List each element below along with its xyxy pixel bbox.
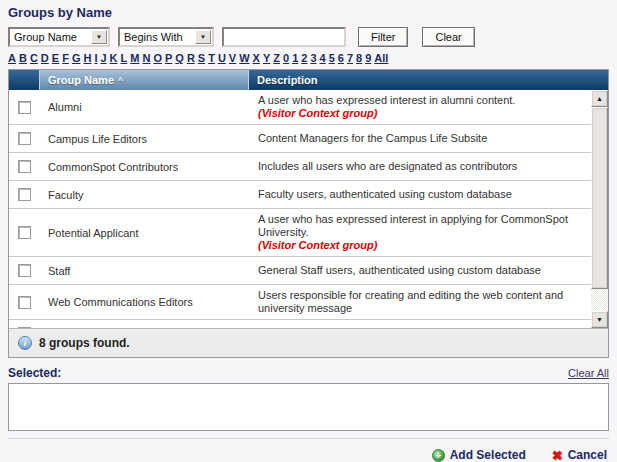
- row-checkbox[interactable]: [18, 264, 31, 277]
- column-header-group-name[interactable]: Group Name ^: [39, 70, 249, 90]
- alphabet-link-U[interactable]: U: [218, 52, 226, 64]
- alphabet-link-7[interactable]: 7: [347, 52, 353, 64]
- alphabet-link-S[interactable]: S: [198, 52, 205, 64]
- alphabet-link-N[interactable]: N: [142, 52, 150, 64]
- clear-button[interactable]: Clear: [422, 27, 474, 47]
- group-description-cell: General Staff users, authenticated using…: [249, 257, 591, 284]
- selected-header: Selected: Clear All: [8, 366, 609, 380]
- group-name-cell: Staff: [39, 257, 249, 284]
- alphabet-link-6[interactable]: 6: [338, 52, 344, 64]
- row-checkbox[interactable]: [18, 132, 31, 145]
- row-checkbox[interactable]: [18, 160, 31, 173]
- alphabet-link-8[interactable]: 8: [356, 52, 362, 64]
- alphabet-link-F[interactable]: F: [62, 52, 69, 64]
- row-checkbox[interactable]: [18, 296, 31, 309]
- alphabet-link-3[interactable]: 3: [310, 52, 316, 64]
- group-description-cell: Users responsible for creating and editi…: [249, 285, 591, 319]
- row-checkbox-cell: [9, 257, 39, 284]
- add-selected-button[interactable]: + Add Selected: [432, 448, 526, 462]
- cancel-button[interactable]: ✖ Cancel: [552, 448, 607, 462]
- field-select[interactable]: Group Name ▼: [8, 27, 110, 47]
- add-plus-icon: +: [432, 449, 445, 462]
- group-name-cell: Campus Life Editors: [39, 125, 249, 152]
- alphabet-link-4[interactable]: 4: [320, 52, 326, 64]
- scrollbar[interactable]: ▲ ▼: [591, 90, 608, 328]
- alphabet-link-H[interactable]: H: [83, 52, 91, 64]
- alphabet-link-T[interactable]: T: [208, 52, 215, 64]
- group-name-cell: Faculty: [39, 181, 249, 208]
- add-selected-label: Add Selected: [450, 448, 526, 462]
- scroll-down-button[interactable]: ▼: [591, 311, 608, 328]
- row-checkbox-cell: [9, 125, 39, 152]
- alphabet-link-1[interactable]: 1: [292, 52, 298, 64]
- table-row: Faculty Faculty users, authenticated usi…: [9, 181, 591, 209]
- alphabet-link-L[interactable]: L: [121, 52, 128, 64]
- group-description-cell: Users responsible for the quality of con…: [249, 320, 591, 328]
- alphabet-link-W[interactable]: W: [239, 52, 249, 64]
- scroll-thumb[interactable]: [591, 107, 608, 289]
- groups-by-name-dialog: Groups by Name Group Name ▼ Begins With …: [0, 0, 617, 462]
- table-row: Potential Applicant A user who has expre…: [9, 209, 591, 257]
- group-description-cell: Content Managers for the Campus Life Sub…: [249, 125, 591, 152]
- group-description-text: Includes all users who are designated as…: [258, 160, 585, 173]
- alphabet-link-I[interactable]: I: [94, 52, 97, 64]
- alphabet-link-X[interactable]: X: [253, 52, 260, 64]
- alphabet-link-Y[interactable]: Y: [263, 52, 270, 64]
- alphabet-link-G[interactable]: G: [72, 52, 81, 64]
- row-checkbox-cell: [9, 153, 39, 180]
- alphabet-bar: ABCDEFGHIJKLMNOPQRSTUVWXYZ0123456789All: [8, 48, 609, 69]
- row-checkbox[interactable]: [18, 226, 31, 239]
- alphabet-link-E[interactable]: E: [52, 52, 59, 64]
- alphabet-link-9[interactable]: 9: [365, 52, 371, 64]
- group-description-cell: Faculty users, authenticated using custo…: [249, 181, 591, 208]
- chevron-down-icon: ▼: [195, 30, 211, 44]
- alphabet-link-0[interactable]: 0: [283, 52, 289, 64]
- selected-label: Selected:: [8, 366, 61, 380]
- page-title: Groups by Name: [8, 4, 609, 26]
- alphabet-link-P[interactable]: P: [165, 52, 172, 64]
- table-body-wrap: Alumni A user who has expressed interest…: [9, 90, 608, 328]
- chevron-down-icon: ▼: [91, 30, 107, 44]
- search-input[interactable]: [222, 27, 346, 47]
- alphabet-link-B[interactable]: B: [19, 52, 27, 64]
- alphabet-link-D[interactable]: D: [41, 52, 49, 64]
- alphabet-link-M[interactable]: M: [130, 52, 139, 64]
- footer-actions: + Add Selected ✖ Cancel: [8, 438, 609, 462]
- row-checkbox-cell: [9, 320, 39, 328]
- table-row: Campus Life Editors Content Managers for…: [9, 125, 591, 153]
- filter-button[interactable]: Filter: [358, 27, 408, 47]
- row-checkbox[interactable]: [18, 188, 31, 201]
- alphabet-link-Z[interactable]: Z: [273, 52, 280, 64]
- clear-all-link[interactable]: Clear All: [568, 367, 609, 379]
- column-header-group-name-label: Group Name: [48, 74, 114, 86]
- alphabet-link-All[interactable]: All: [374, 52, 388, 64]
- status-text: 8 groups found.: [39, 336, 130, 350]
- alphabet-link-2[interactable]: 2: [301, 52, 307, 64]
- row-checkbox[interactable]: [18, 327, 31, 328]
- column-header-description-label: Description: [257, 74, 318, 86]
- scroll-up-button[interactable]: ▲: [591, 90, 608, 107]
- alphabet-link-R[interactable]: R: [187, 52, 195, 64]
- checkbox-column-header: [9, 70, 39, 90]
- group-description-text: A user who has expressed interest in alu…: [258, 94, 585, 107]
- alphabet-link-A[interactable]: A: [8, 52, 16, 64]
- alphabet-link-V[interactable]: V: [229, 52, 236, 64]
- table-row: Users responsible for the quality of con…: [9, 320, 591, 328]
- alphabet-link-C[interactable]: C: [30, 52, 38, 64]
- filter-bar: Group Name ▼ Begins With ▼ Filter Clear: [8, 26, 609, 48]
- field-select-value: Group Name: [10, 31, 80, 43]
- alphabet-link-Q[interactable]: Q: [175, 52, 184, 64]
- row-checkbox[interactable]: [18, 101, 31, 114]
- group-description-cell: Includes all users who are designated as…: [249, 153, 591, 180]
- info-icon: i: [18, 336, 32, 350]
- column-header-description[interactable]: Description: [249, 70, 608, 90]
- scroll-track[interactable]: [591, 289, 608, 311]
- group-description-text: Users responsible for the quality of con…: [258, 327, 585, 328]
- table-row: CommonSpot Contributors Includes all use…: [9, 153, 591, 181]
- operator-select[interactable]: Begins With ▼: [118, 27, 214, 47]
- alphabet-link-J[interactable]: J: [100, 52, 106, 64]
- alphabet-link-5[interactable]: 5: [329, 52, 335, 64]
- row-checkbox-cell: [9, 181, 39, 208]
- alphabet-link-O[interactable]: O: [153, 52, 162, 64]
- alphabet-link-K[interactable]: K: [110, 52, 118, 64]
